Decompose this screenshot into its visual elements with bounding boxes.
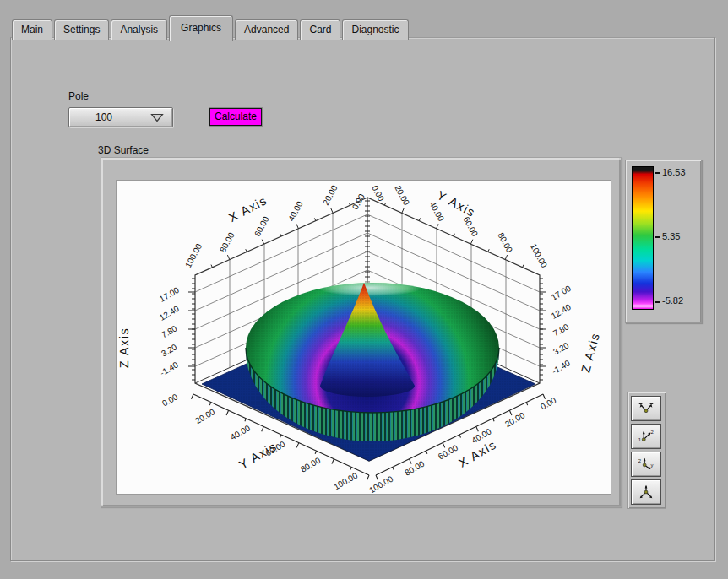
svg-text:2: 2 (638, 458, 641, 463)
calculate-button[interactable]: Calculate (209, 108, 262, 126)
x-top-tick: 20.00 (321, 183, 340, 207)
colorbar-max-label: 16.53 (662, 167, 686, 177)
tab-analysis[interactable]: Analysis (111, 19, 167, 40)
tab-card[interactable]: Card (300, 19, 340, 40)
x-top-tick: 60.00 (253, 214, 271, 238)
tab-graphics[interactable]: Graphics (169, 15, 233, 41)
colorbar-tick-mid (655, 236, 660, 238)
z-right-tick: 7.80 (551, 322, 571, 338)
tab-bar: Main Settings Analysis Graphics Advanced… (12, 14, 410, 40)
rim-highlight (318, 279, 422, 296)
x-top-tick: 100.00 (183, 241, 204, 269)
y-bottom-tick: 40.00 (229, 423, 253, 441)
y-top-tick: 100.00 (529, 242, 549, 270)
z-left-tick: -1.40 (159, 360, 181, 377)
z-right-tick: 3.20 (551, 340, 571, 356)
x-bottom-tick: 0.00 (539, 395, 558, 411)
svg-text:y: y (651, 463, 654, 468)
projection-xy-button[interactable] (631, 396, 661, 421)
projection-3d-button[interactable] (631, 479, 661, 505)
z-right-tick: 12.40 (550, 302, 573, 321)
x-top-tick: 0.00 (350, 192, 367, 211)
z-right-tick: -1.40 (551, 358, 573, 376)
colorbar-scale (632, 166, 654, 310)
y-top-tick: 80.00 (496, 231, 514, 255)
surface-plot: 0.00 20.00 40.00 60.00 80.00 100.00 0.00… (117, 181, 611, 494)
colorbar-tick-min (655, 301, 660, 303)
colorbar-tick-max (655, 172, 660, 174)
tab-advanced[interactable]: Advanced (235, 19, 298, 40)
projection-xy-icon (637, 400, 655, 417)
surface-graph-canvas[interactable]: 0.00 20.00 40.00 60.00 80.00 100.00 0.00… (116, 180, 611, 495)
y-axis-bottom-title: Y Axis (236, 439, 279, 471)
svg-text:1: 1 (638, 437, 642, 442)
pole-label: Pole (68, 90, 89, 102)
graph-title: 3D Surface (98, 144, 149, 156)
dropdown-arrow-icon (150, 112, 166, 122)
projection-palette: 1 2 2 y (627, 392, 666, 509)
tab-settings[interactable]: Settings (54, 19, 109, 40)
surface-graph-frame: 0.00 20.00 40.00 60.00 80.00 100.00 0.00… (101, 157, 622, 507)
projection-3d-icon (637, 484, 655, 501)
colorbar-mid-label: 5.35 (662, 231, 680, 241)
application-window: Main Settings Analysis Graphics Advanced… (0, 0, 728, 579)
z-right-tick: 17.00 (550, 284, 573, 302)
projection-xz-icon: 1 2 (637, 428, 655, 445)
projection-yz-icon: 2 y (637, 456, 655, 473)
pole-dropdown-value: 100 (69, 111, 150, 123)
y-top-tick: 20.00 (393, 184, 411, 208)
x-top-tick: 40.00 (286, 199, 305, 223)
y-bottom-tick: 20.00 (193, 407, 217, 425)
z-left-tick: 3.20 (160, 342, 179, 358)
graphics-tab-page: Pole 100 Calculate 3D Surface (10, 37, 715, 561)
x-bottom-tick: 80.00 (403, 459, 426, 478)
x-bottom-tick: 100.00 (367, 473, 394, 495)
z-left-tick: 17.00 (158, 285, 182, 304)
z-left-tick: 12.40 (158, 304, 182, 322)
colorbar-min-label: -5.82 (662, 295, 683, 306)
tab-main[interactable]: Main (12, 19, 52, 40)
x-top-tick: 80.00 (218, 230, 236, 254)
pole-dropdown[interactable]: 100 (68, 107, 173, 127)
projection-xz-button[interactable]: 1 2 (631, 424, 661, 449)
z-left-tick: 7.80 (160, 323, 179, 339)
colorbar-panel: 16.53 5.35 -5.82 (625, 160, 702, 323)
y-bottom-tick: 100.00 (332, 470, 359, 491)
y-bottom-tick: 0.00 (160, 392, 180, 408)
projection-yz-button[interactable]: 2 y (631, 452, 661, 477)
z-axis-right-title: Z Axis (579, 331, 602, 374)
z-axis-left-title: Z Axis (117, 327, 131, 368)
x-bottom-tick: 20.00 (503, 410, 527, 429)
y-bottom-tick: 80.00 (299, 456, 323, 474)
svg-text:2: 2 (651, 430, 654, 435)
tab-diagnostic[interactable]: Diagnostic (342, 19, 408, 40)
